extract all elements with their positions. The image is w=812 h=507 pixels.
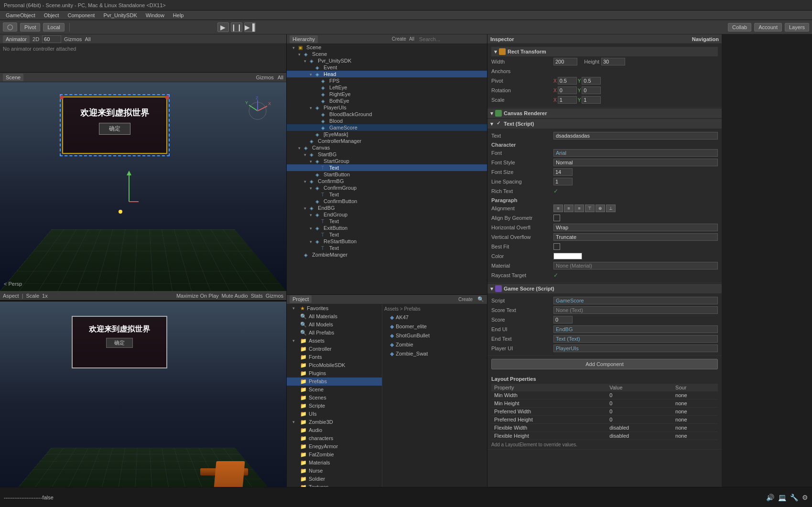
- hierarchy-tab[interactable]: Hierarchy: [290, 35, 318, 43]
- hierarchy-confirmgroup[interactable]: ▾◈ ConfirmGroup: [287, 184, 487, 191]
- hierarchy-endbg[interactable]: ▾◈ EndBG: [287, 205, 487, 211]
- rot-x-field[interactable]: [558, 86, 577, 94]
- canvas-renderer-header[interactable]: ▾ Canvas Renderer: [487, 108, 722, 118]
- stats-label[interactable]: Stats: [251, 293, 263, 299]
- hierarchy-startbutton[interactable]: ◈ StartButton: [287, 171, 487, 178]
- align-top-btn[interactable]: ⊤: [585, 205, 595, 212]
- assets-uis[interactable]: 📁 UIs: [287, 410, 382, 418]
- scale-y-field[interactable]: [582, 96, 601, 104]
- player-ui-value[interactable]: PlayerUIs: [553, 345, 718, 352]
- hierarchy-startbg[interactable]: ▾◈ StartBG: [287, 151, 487, 158]
- assets-prefabs-folder[interactable]: 📁 Prefabs: [287, 378, 382, 386]
- zombie3d-audio[interactable]: 📁 Audio: [287, 426, 382, 434]
- color-swatch[interactable]: [553, 253, 582, 259]
- animator-gizmos[interactable]: Gizmos: [64, 36, 82, 42]
- hierarchy-fps[interactable]: ◈ FPS: [287, 77, 487, 84]
- assets-scene[interactable]: 📁 Scene: [287, 386, 382, 394]
- hierarchy-head[interactable]: ▾◈ Head: [287, 71, 487, 77]
- taskbar-icon2[interactable]: 💻: [778, 494, 786, 501]
- game-confirm-btn[interactable]: 确定: [99, 123, 130, 135]
- game-score-header[interactable]: ▾ Game Socre (Script): [487, 284, 722, 293]
- height-field[interactable]: [601, 58, 625, 65]
- hierarchy-restartbutton[interactable]: ▾◈ ReStartButton: [287, 238, 487, 245]
- animator-fps-field[interactable]: [42, 35, 61, 43]
- hierarchy-controllermanager[interactable]: ◈ ControllerManager: [287, 138, 487, 144]
- hierarchy-botheye[interactable]: ◈ BothEye: [287, 97, 487, 104]
- assets-plugins[interactable]: 📁 Plugins: [287, 369, 382, 378]
- asset-shotgunbullet[interactable]: ◆ ShotGunBullet: [384, 332, 485, 340]
- taskbar-icon3[interactable]: 🔧: [790, 494, 798, 501]
- text-value-field[interactable]: [553, 132, 718, 140]
- hierarchy-canvas[interactable]: ▾◈ Canvas: [287, 144, 487, 151]
- horiz-overflow-value[interactable]: [553, 224, 718, 231]
- assets-picomobilesdk[interactable]: 📁 PicoMobileSDK: [287, 361, 382, 369]
- hierarchy-bloodbg[interactable]: ◈ BloodBackGround: [287, 111, 487, 118]
- taskbar-icon4[interactable]: ⚙: [802, 494, 808, 501]
- zombie3d-materials[interactable]: 📁 Materials: [287, 459, 382, 467]
- assets-folder[interactable]: ▾📁 Assets: [287, 337, 382, 345]
- rect-transform-header[interactable]: ▾ Rect Transform: [491, 47, 718, 56]
- project-search-icon[interactable]: 🔍: [477, 296, 484, 302]
- hierarchy-all[interactable]: All: [409, 36, 414, 42]
- width-field[interactable]: [553, 58, 577, 65]
- hierarchy-lefteye[interactable]: ◈ LeftEye: [287, 84, 487, 91]
- account-button[interactable]: Account: [754, 23, 782, 32]
- hierarchy-scene-node[interactable]: ▾◈ Scene: [287, 51, 487, 57]
- align-center-btn[interactable]: ≡: [564, 205, 574, 212]
- hierarchy-text5[interactable]: T Text: [287, 245, 487, 251]
- all-materials[interactable]: 🔍 All Materials: [287, 313, 382, 321]
- raycast-check[interactable]: ✓: [553, 272, 558, 279]
- line-spacing-field[interactable]: [553, 178, 573, 185]
- pause-button[interactable]: ❙❙: [231, 22, 242, 32]
- scene-gizmos[interactable]: Gizmos: [256, 75, 273, 80]
- menu-gameobject[interactable]: GameObject: [2, 11, 39, 19]
- score-text-value[interactable]: None (Text): [553, 306, 718, 314]
- scale-x-field[interactable]: [558, 96, 577, 104]
- all-models[interactable]: 🔍 All Models: [287, 321, 382, 329]
- script-value[interactable]: GameScore: [553, 297, 718, 304]
- assets-controller[interactable]: 📁 Controller: [287, 345, 382, 353]
- zombie3d-nurse[interactable]: 📁 Nurse: [287, 467, 382, 475]
- gizmos-label2[interactable]: Gizmos: [266, 293, 283, 299]
- pivot-y-field[interactable]: [582, 77, 601, 85]
- local-mode-button[interactable]: Local: [43, 23, 64, 32]
- layers-button[interactable]: Layers: [785, 23, 809, 32]
- text-script-header[interactable]: ▾ ✓ Text (Script): [487, 119, 722, 129]
- collab-button[interactable]: Collab: [728, 23, 751, 32]
- hierarchy-confirmbg[interactable]: ▾◈ ConfirmBG: [287, 178, 487, 184]
- zombie3d-soldier[interactable]: 📁 Soldier: [287, 475, 382, 483]
- zombie3d-enegyarmor[interactable]: 📁 EnegyArmor: [287, 442, 382, 451]
- hierarchy-confirmbutton[interactable]: ◈ ConfirmButton: [287, 198, 487, 205]
- animator-tab[interactable]: Animator: [3, 35, 30, 43]
- hierarchy-text2[interactable]: T Text: [287, 191, 487, 198]
- hierarchy-search[interactable]: [417, 36, 484, 43]
- hierarchy-zombiemanger[interactable]: ◈ ZombieManger: [287, 251, 487, 258]
- menu-help[interactable]: Help: [169, 11, 188, 19]
- menu-window[interactable]: Window: [142, 11, 168, 19]
- font-style-value[interactable]: [553, 159, 718, 166]
- score-field[interactable]: [553, 316, 573, 324]
- animator-all[interactable]: All: [85, 36, 90, 42]
- align-middle-btn[interactable]: ⊕: [595, 205, 605, 212]
- zombie3d-characters[interactable]: 📁 characters: [287, 434, 382, 442]
- align-bottom-btn[interactable]: ⊥: [606, 205, 616, 212]
- vert-overflow-value[interactable]: [553, 233, 718, 241]
- navigation-tab[interactable]: Navigation: [692, 36, 719, 42]
- hierarchy-create[interactable]: Create: [392, 36, 406, 42]
- scene-tab[interactable]: Scene: [3, 74, 23, 81]
- taskbar-icon1[interactable]: 🔊: [766, 494, 774, 501]
- pivot-x-field[interactable]: [558, 77, 577, 85]
- best-fit-check[interactable]: [553, 243, 560, 250]
- hierarchy-playeruis[interactable]: ▾◈ PlayerUIs: [287, 104, 487, 111]
- asset-ak47[interactable]: ◆ AK47: [384, 313, 485, 322]
- hierarchy-text4[interactable]: T Text: [287, 231, 487, 238]
- hierarchy-righteye[interactable]: ◈ RightEye: [287, 91, 487, 97]
- project-tab[interactable]: Project: [290, 295, 312, 303]
- hierarchy-gamescore[interactable]: ◈ GameScore: [287, 124, 487, 131]
- assets-fonts[interactable]: 📁 Fonts: [287, 353, 382, 361]
- hierarchy-text1[interactable]: T Text: [287, 164, 487, 171]
- all-prefabs[interactable]: 🔍 All Prefabs: [287, 329, 382, 337]
- material-value[interactable]: None (Material): [553, 262, 718, 270]
- inspector-tab[interactable]: Inspector: [490, 36, 514, 42]
- align-left-btn[interactable]: ≡: [553, 205, 563, 212]
